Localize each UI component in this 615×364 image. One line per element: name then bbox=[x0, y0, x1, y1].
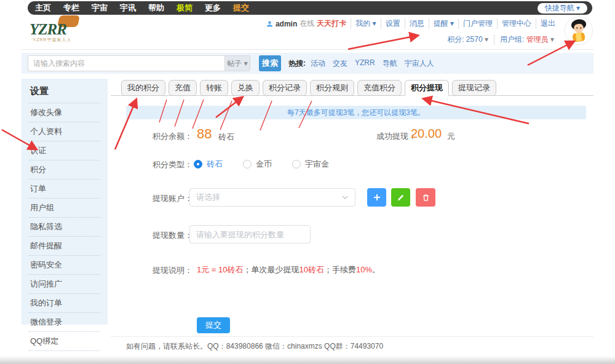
search-type-select[interactable]: 帖子 ▾ bbox=[224, 55, 250, 71]
nav-item-home[interactable]: 主页 bbox=[35, 2, 51, 14]
menu-messages[interactable]: 消息 bbox=[405, 18, 429, 29]
points-value: 积分: 2570 bbox=[447, 35, 482, 44]
hot-search-label: 热搜: bbox=[288, 58, 306, 69]
sidebar-item-privacy[interactable]: 隐私筛选 bbox=[29, 218, 100, 237]
page-bottom-shadow bbox=[0, 356, 615, 364]
tab-exchange[interactable]: 兑换 bbox=[231, 80, 260, 96]
menu-settings[interactable]: 设置 bbox=[381, 18, 405, 29]
hot-search-links: 活动 交友 YZRR 导航 宇宙人人 bbox=[311, 58, 434, 69]
note-part: 10砖石 bbox=[300, 265, 324, 274]
account-label: 提现账户： bbox=[153, 193, 192, 204]
hot-link-yzrr[interactable]: YZRR bbox=[355, 58, 375, 69]
footer-contact-info: 如有问题，请联系站长。QQ：843980866 微信：chinaxmzs QQ群… bbox=[126, 341, 383, 352]
withdrawn-unit: 元 bbox=[447, 131, 455, 142]
account-select[interactable]: 请选择 bbox=[189, 188, 355, 207]
submit-button[interactable]: 提交 bbox=[197, 317, 230, 333]
user-menu-row: admin 在线 天天打卡 我的 ▾ 设置 消息 提醒 ▾ 门户管理 管理中心 … bbox=[262, 18, 560, 29]
tab-withdraw-log[interactable]: 提现记录 bbox=[452, 80, 496, 96]
nav-item-universe[interactable]: 宇宙 bbox=[92, 2, 108, 14]
sidebar-item-profile[interactable]: 个人资料 bbox=[29, 122, 100, 141]
nav-item-news[interactable]: 宇讯 bbox=[120, 2, 136, 14]
settings-sidebar: 设置 修改头像 个人资料 认证 积分 订单 用户组 隐私筛选 邮件提醒 密码安全… bbox=[22, 79, 108, 325]
balance-unit: 砖石 bbox=[218, 132, 234, 143]
chevron-down-icon bbox=[341, 194, 349, 201]
pencil-icon bbox=[397, 194, 405, 202]
nav-item-more[interactable]: 更多 bbox=[205, 2, 221, 14]
nav-item-minimal[interactable]: 极简 bbox=[177, 2, 192, 14]
menu-portal-admin[interactable]: 门户管理 bbox=[458, 18, 497, 29]
user-identity: admin 在线 天天打卡 bbox=[262, 18, 351, 29]
user-stats-row: 积分: 2570 ▾ 用户组: 管理员 ▾ bbox=[262, 34, 560, 45]
points-dropdown[interactable]: 积分: 2570 ▾ bbox=[442, 34, 494, 45]
online-status: 在线 bbox=[300, 18, 314, 29]
hot-link-nav[interactable]: 导航 bbox=[383, 58, 397, 69]
tab-points-log[interactable]: 积分记录 bbox=[263, 80, 307, 96]
logo-text: YZRR bbox=[30, 21, 66, 38]
radio-label: 宇宙金 bbox=[305, 159, 329, 170]
sidebar-item-email-notify[interactable]: 邮件提醒 bbox=[29, 237, 100, 256]
user-avatar[interactable] bbox=[565, 17, 593, 45]
search-button[interactable]: 搜索 bbox=[259, 55, 281, 71]
sidebar-item-wechat-login[interactable]: 微信登录 bbox=[29, 313, 100, 332]
hot-link-activity[interactable]: 活动 bbox=[311, 58, 325, 69]
nav-item-submit[interactable]: 提交 bbox=[233, 2, 249, 14]
sidebar-item-password[interactable]: 密码安全 bbox=[29, 256, 100, 275]
sidebar-item-promotion[interactable]: 访问推广 bbox=[29, 275, 100, 294]
edit-account-button[interactable] bbox=[391, 188, 410, 207]
radio-unchecked-icon bbox=[243, 160, 252, 168]
radio-label: 金币 bbox=[256, 159, 272, 170]
username[interactable]: admin bbox=[276, 20, 297, 28]
radio-option-diamond[interactable]: 砖石 bbox=[194, 159, 223, 170]
radio-option-gold[interactable]: 金币 bbox=[243, 159, 272, 170]
radio-option-cosmic-gold[interactable]: 宇宙金 bbox=[292, 159, 329, 170]
daily-checkin-link[interactable]: 天天打卡 bbox=[317, 18, 346, 29]
hot-link-friends[interactable]: 交友 bbox=[333, 58, 347, 69]
search-bar: 帖子 ▾ 搜索 热搜: 活动 交友 YZRR 导航 宇宙人人 bbox=[22, 53, 593, 74]
quick-nav-button[interactable]: 快捷导航 ▾ bbox=[538, 3, 587, 14]
sidebar-item-my-orders[interactable]: 我的订单 bbox=[29, 294, 100, 313]
site-logo[interactable]: YZRR ·YZRR宇宙家人人 bbox=[30, 17, 103, 44]
plus-icon bbox=[373, 193, 381, 202]
menu-admin-center[interactable]: 管理中心 bbox=[497, 18, 536, 29]
top-navigation: 主页 专栏 宇宙 宇讯 帮助 极简 更多 提交 快捷导航 ▾ bbox=[28, 1, 592, 15]
caret-down-icon: ▾ bbox=[550, 35, 554, 44]
add-account-button[interactable] bbox=[367, 188, 386, 207]
hot-link-yzrenren[interactable]: 宇宙人人 bbox=[405, 58, 434, 69]
withdraw-notice: 每7天最多可提现3笔，您还可以提现3笔。 bbox=[126, 106, 586, 119]
delete-account-button[interactable] bbox=[416, 188, 435, 207]
tab-transfer[interactable]: 转账 bbox=[200, 80, 228, 96]
nav-item-column[interactable]: 专栏 bbox=[63, 2, 79, 14]
tab-recharge[interactable]: 充值 bbox=[169, 80, 197, 96]
menu-reminders[interactable]: 提醒 ▾ bbox=[429, 18, 458, 29]
note-part: 10% bbox=[356, 265, 372, 274]
sidebar-title: 设置 bbox=[29, 79, 100, 103]
radio-checked-icon bbox=[194, 160, 202, 168]
sidebar-item-avatar[interactable]: 修改头像 bbox=[29, 103, 100, 122]
sidebar-item-qq-bind[interactable]: QQ绑定 bbox=[29, 332, 100, 351]
caret-down-icon: ▾ bbox=[485, 35, 488, 44]
note-part: 。 bbox=[372, 265, 380, 274]
amount-label: 提现数量： bbox=[153, 230, 192, 241]
menu-logout[interactable]: 退出 bbox=[536, 18, 560, 29]
select-placeholder: 请选择 bbox=[196, 192, 341, 203]
points-type-label: 积分类型： bbox=[153, 159, 192, 170]
tab-points-rules[interactable]: 积分规则 bbox=[310, 80, 354, 96]
radio-label: 砖石 bbox=[207, 159, 223, 170]
menu-mine[interactable]: 我的 ▾ bbox=[351, 18, 380, 29]
sidebar-item-points[interactable]: 积分 bbox=[29, 160, 100, 180]
usergroup-dropdown[interactable]: 用户组: 管理员 ▾ bbox=[494, 34, 560, 45]
balance-label: 积分余额： bbox=[153, 131, 192, 142]
withdraw-amount-input[interactable] bbox=[189, 225, 311, 243]
nav-item-help[interactable]: 帮助 bbox=[148, 2, 164, 14]
user-icon bbox=[266, 20, 273, 28]
note-part: 1元 = 10砖石 bbox=[197, 265, 244, 274]
tab-my-points[interactable]: 我的积分 bbox=[121, 80, 165, 96]
tab-withdraw[interactable]: 积分提现 bbox=[405, 80, 449, 96]
sidebar-item-usergroup[interactable]: 用户组 bbox=[29, 199, 100, 218]
withdrawn-value: 20.00 bbox=[411, 127, 442, 141]
search-input[interactable] bbox=[28, 55, 224, 71]
sidebar-item-orders[interactable]: 订单 bbox=[29, 180, 100, 199]
tab-recharge-points[interactable]: 充值积分 bbox=[357, 80, 402, 96]
sidebar-item-verify[interactable]: 认证 bbox=[29, 141, 100, 160]
radio-unchecked-icon bbox=[292, 160, 301, 168]
